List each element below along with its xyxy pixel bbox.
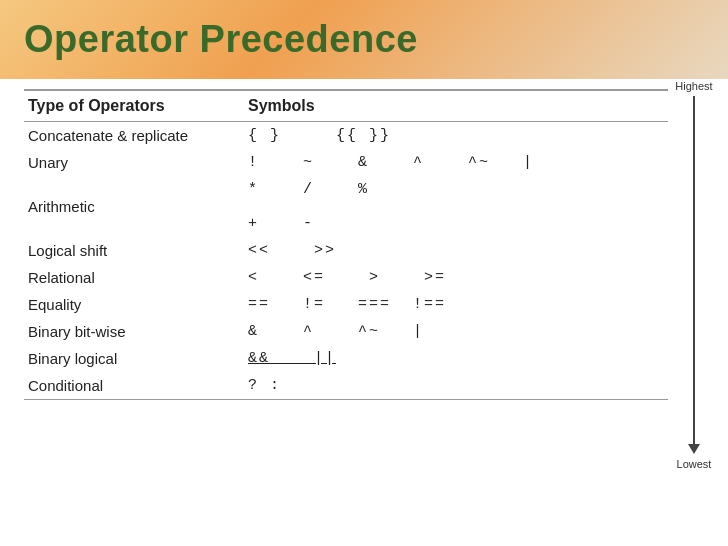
row-type-binary-bitwise: Binary bit-wise — [24, 318, 244, 345]
table-row: Conditional ? : — [24, 372, 668, 400]
row-sym-arithmetic: * / % + - — [244, 176, 668, 237]
table-row: Arithmetic * / % + - — [24, 176, 668, 237]
table-row: Equality == != === !== — [24, 291, 668, 318]
operator-table: Type of Operators Symbols Concatenate & … — [24, 89, 668, 400]
row-sym-logical-shift: << >> — [244, 237, 668, 264]
table-row: Binary logical && || — [24, 345, 668, 372]
priority-arrow: Highest Lowest — [670, 80, 718, 470]
row-sym-binary-bitwise: & ^ ^~ | — [244, 318, 668, 345]
arrow-label-lowest: Lowest — [677, 458, 712, 470]
row-type-logical-shift: Logical shift — [24, 237, 244, 264]
row-type-binary-logical: Binary logical — [24, 345, 244, 372]
arrow-line — [693, 96, 695, 444]
row-type-arithmetic: Arithmetic — [24, 176, 244, 237]
row-type-equality: Equality — [24, 291, 244, 318]
table-row: Unary ! ~ & ^ ^~ | — [24, 149, 668, 176]
table-row: Binary bit-wise & ^ ^~ | — [24, 318, 668, 345]
row-sym-concatenate: { } {{ }} — [244, 122, 668, 150]
row-type-conditional: Conditional — [24, 372, 244, 400]
row-sym-unary: ! ~ & ^ ^~ | — [244, 149, 668, 176]
arrow-label-highest: Highest — [675, 80, 712, 92]
table-row: Logical shift << >> — [24, 237, 668, 264]
row-sym-conditional: ? : — [244, 372, 668, 400]
page-title: Operator Precedence — [24, 18, 418, 60]
row-sym-binary-logical: && || — [244, 345, 668, 372]
row-type-relational: Relational — [24, 264, 244, 291]
main-content: Type of Operators Symbols Concatenate & … — [0, 79, 728, 490]
row-type-unary: Unary — [24, 149, 244, 176]
table-row: Relational < <= > >= — [24, 264, 668, 291]
row-sym-equality: == != === !== — [244, 291, 668, 318]
row-type-concatenate: Concatenate & replicate — [24, 122, 244, 150]
table-row: Concatenate & replicate { } {{ }} — [24, 122, 668, 150]
arrow-head — [688, 444, 700, 454]
col-header-type: Type of Operators — [24, 90, 244, 122]
col-header-symbols: Symbols — [244, 90, 668, 122]
header: Operator Precedence — [0, 0, 728, 79]
row-sym-relational: < <= > >= — [244, 264, 668, 291]
